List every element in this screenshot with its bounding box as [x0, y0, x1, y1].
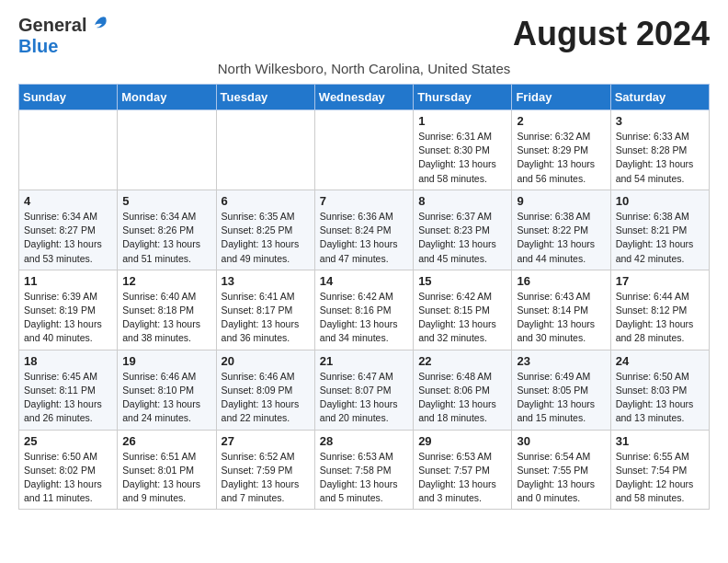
calendar-cell: 12Sunrise: 6:40 AM Sunset: 8:18 PM Dayli… — [118, 270, 216, 350]
cell-date: 8 — [418, 194, 506, 208]
weekday-header-tuesday: Tuesday — [216, 85, 314, 110]
calendar-cell: 25Sunrise: 6:50 AM Sunset: 8:02 PM Dayli… — [19, 430, 118, 510]
calendar-cell: 4Sunrise: 6:34 AM Sunset: 8:27 PM Daylig… — [19, 190, 118, 270]
weekday-header-monday: Monday — [118, 85, 216, 110]
cell-info: Sunrise: 6:45 AM Sunset: 8:11 PM Dayligh… — [24, 370, 112, 426]
cell-info: Sunrise: 6:41 AM Sunset: 8:17 PM Dayligh… — [222, 290, 310, 346]
calendar-cell: 11Sunrise: 6:39 AM Sunset: 8:19 PM Dayli… — [19, 270, 118, 350]
calendar-cell: 30Sunrise: 6:54 AM Sunset: 7:55 PM Dayli… — [512, 430, 610, 510]
weekday-header-thursday: Thursday — [414, 85, 512, 110]
cell-date: 6 — [222, 194, 310, 208]
cell-info: Sunrise: 6:42 AM Sunset: 8:15 PM Dayligh… — [418, 290, 506, 346]
calendar-table: SundayMondayTuesdayWednesdayThursdayFrid… — [18, 84, 710, 510]
cell-info: Sunrise: 6:33 AM Sunset: 8:28 PM Dayligh… — [616, 130, 704, 186]
cell-date: 27 — [222, 434, 310, 448]
cell-date: 9 — [517, 194, 605, 208]
cell-info: Sunrise: 6:39 AM Sunset: 8:19 PM Dayligh… — [24, 290, 112, 346]
cell-info: Sunrise: 6:46 AM Sunset: 8:09 PM Dayligh… — [222, 370, 310, 426]
calendar-cell: 24Sunrise: 6:50 AM Sunset: 8:03 PM Dayli… — [610, 350, 709, 430]
logo-blue-text: Blue — [18, 36, 58, 56]
cell-date: 17 — [616, 274, 704, 288]
cell-date: 26 — [122, 434, 210, 448]
cell-info: Sunrise: 6:34 AM Sunset: 8:27 PM Dayligh… — [24, 210, 112, 266]
calendar-cell: 6Sunrise: 6:35 AM Sunset: 8:25 PM Daylig… — [216, 190, 314, 270]
cell-info: Sunrise: 6:46 AM Sunset: 8:10 PM Dayligh… — [122, 370, 210, 426]
cell-info: Sunrise: 6:50 AM Sunset: 8:03 PM Dayligh… — [616, 370, 704, 426]
calendar-cell: 3Sunrise: 6:33 AM Sunset: 8:28 PM Daylig… — [610, 110, 709, 190]
cell-date: 2 — [517, 114, 605, 128]
calendar-cell: 13Sunrise: 6:41 AM Sunset: 8:17 PM Dayli… — [216, 270, 314, 350]
cell-info: Sunrise: 6:54 AM Sunset: 7:55 PM Dayligh… — [517, 450, 605, 506]
calendar-cell: 7Sunrise: 6:36 AM Sunset: 8:24 PM Daylig… — [314, 190, 413, 270]
cell-info: Sunrise: 6:52 AM Sunset: 7:59 PM Dayligh… — [222, 450, 310, 506]
cell-info: Sunrise: 6:47 AM Sunset: 8:07 PM Dayligh… — [320, 370, 408, 426]
cell-date: 5 — [122, 194, 210, 208]
cell-date: 19 — [122, 354, 210, 368]
cell-date: 4 — [24, 194, 112, 208]
cell-date: 15 — [418, 274, 506, 288]
cell-date: 14 — [320, 274, 408, 288]
cell-info: Sunrise: 6:34 AM Sunset: 8:26 PM Dayligh… — [122, 210, 210, 266]
weekday-header-friday: Friday — [512, 85, 610, 110]
calendar-cell — [118, 110, 216, 190]
calendar-cell — [19, 110, 118, 190]
cell-date: 1 — [418, 114, 506, 128]
calendar-cell: 27Sunrise: 6:52 AM Sunset: 7:59 PM Dayli… — [216, 430, 314, 510]
calendar-cell: 23Sunrise: 6:49 AM Sunset: 8:05 PM Dayli… — [512, 350, 610, 430]
calendar-cell: 15Sunrise: 6:42 AM Sunset: 8:15 PM Dayli… — [414, 270, 512, 350]
cell-info: Sunrise: 6:37 AM Sunset: 8:23 PM Dayligh… — [418, 210, 506, 266]
month-title: August 2024 — [513, 15, 710, 53]
cell-info: Sunrise: 6:40 AM Sunset: 8:18 PM Dayligh… — [122, 290, 210, 346]
cell-info: Sunrise: 6:48 AM Sunset: 8:06 PM Dayligh… — [418, 370, 506, 426]
cell-date: 25 — [24, 434, 112, 448]
calendar-cell: 16Sunrise: 6:43 AM Sunset: 8:14 PM Dayli… — [512, 270, 610, 350]
cell-date: 12 — [122, 274, 210, 288]
cell-date: 29 — [418, 434, 506, 448]
weekday-header-saturday: Saturday — [610, 85, 709, 110]
calendar-cell: 21Sunrise: 6:47 AM Sunset: 8:07 PM Dayli… — [314, 350, 413, 430]
weekday-header-sunday: Sunday — [19, 85, 118, 110]
cell-date: 18 — [24, 354, 112, 368]
calendar-cell: 26Sunrise: 6:51 AM Sunset: 8:01 PM Dayli… — [118, 430, 216, 510]
cell-date: 7 — [320, 194, 408, 208]
logo-general-text: General — [18, 15, 86, 36]
cell-info: Sunrise: 6:31 AM Sunset: 8:30 PM Dayligh… — [418, 130, 506, 186]
cell-info: Sunrise: 6:38 AM Sunset: 8:21 PM Dayligh… — [616, 210, 704, 266]
cell-info: Sunrise: 6:44 AM Sunset: 8:12 PM Dayligh… — [616, 290, 704, 346]
calendar-cell: 20Sunrise: 6:46 AM Sunset: 8:09 PM Dayli… — [216, 350, 314, 430]
cell-date: 23 — [517, 354, 605, 368]
calendar-cell: 19Sunrise: 6:46 AM Sunset: 8:10 PM Dayli… — [118, 350, 216, 430]
cell-date: 13 — [222, 274, 310, 288]
calendar-cell: 18Sunrise: 6:45 AM Sunset: 8:11 PM Dayli… — [19, 350, 118, 430]
calendar-cell: 8Sunrise: 6:37 AM Sunset: 8:23 PM Daylig… — [414, 190, 512, 270]
cell-info: Sunrise: 6:49 AM Sunset: 8:05 PM Dayligh… — [517, 370, 605, 426]
cell-date: 21 — [320, 354, 408, 368]
logo-bird-icon — [89, 16, 109, 36]
calendar-cell: 22Sunrise: 6:48 AM Sunset: 8:06 PM Dayli… — [414, 350, 512, 430]
calendar-cell: 17Sunrise: 6:44 AM Sunset: 8:12 PM Dayli… — [610, 270, 709, 350]
cell-date: 16 — [517, 274, 605, 288]
cell-date: 10 — [616, 194, 704, 208]
cell-date: 24 — [616, 354, 704, 368]
calendar-cell: 31Sunrise: 6:55 AM Sunset: 7:54 PM Dayli… — [610, 430, 709, 510]
cell-info: Sunrise: 6:51 AM Sunset: 8:01 PM Dayligh… — [122, 450, 210, 506]
logo: General Blue — [18, 15, 109, 57]
calendar-cell — [216, 110, 314, 190]
calendar-cell: 2Sunrise: 6:32 AM Sunset: 8:29 PM Daylig… — [512, 110, 610, 190]
calendar-cell: 10Sunrise: 6:38 AM Sunset: 8:21 PM Dayli… — [610, 190, 709, 270]
calendar-cell: 5Sunrise: 6:34 AM Sunset: 8:26 PM Daylig… — [118, 190, 216, 270]
cell-date: 31 — [616, 434, 704, 448]
cell-date: 22 — [418, 354, 506, 368]
cell-info: Sunrise: 6:55 AM Sunset: 7:54 PM Dayligh… — [616, 450, 704, 506]
cell-info: Sunrise: 6:43 AM Sunset: 8:14 PM Dayligh… — [517, 290, 605, 346]
calendar-cell: 29Sunrise: 6:53 AM Sunset: 7:57 PM Dayli… — [414, 430, 512, 510]
cell-date: 3 — [616, 114, 704, 128]
cell-date: 20 — [222, 354, 310, 368]
calendar-cell: 1Sunrise: 6:31 AM Sunset: 8:30 PM Daylig… — [414, 110, 512, 190]
cell-info: Sunrise: 6:53 AM Sunset: 7:57 PM Dayligh… — [418, 450, 506, 506]
weekday-header-wednesday: Wednesday — [314, 85, 413, 110]
cell-date: 11 — [24, 274, 112, 288]
calendar-cell: 9Sunrise: 6:38 AM Sunset: 8:22 PM Daylig… — [512, 190, 610, 270]
cell-info: Sunrise: 6:36 AM Sunset: 8:24 PM Dayligh… — [320, 210, 408, 266]
cell-info: Sunrise: 6:42 AM Sunset: 8:16 PM Dayligh… — [320, 290, 408, 346]
